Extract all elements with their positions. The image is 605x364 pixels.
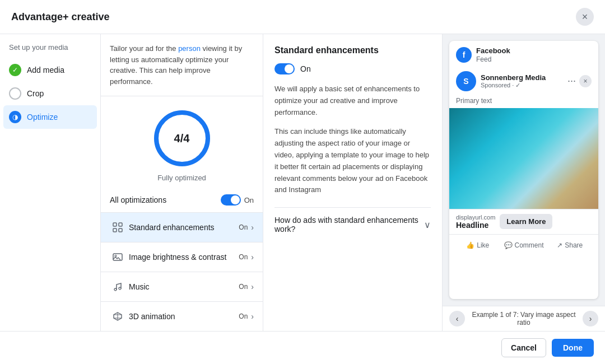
score-circle: 4/4 bbox=[151, 108, 213, 169]
chevron-right-icon-2: › bbox=[251, 253, 254, 262]
ad-headline: Headline bbox=[456, 221, 495, 230]
optimization-list: Standard enhancements On › Image brightn… bbox=[101, 213, 263, 331]
info-header: Standard enhancements bbox=[274, 45, 431, 55]
learn-more-button[interactable]: Learn More bbox=[500, 214, 552, 229]
3d-icon bbox=[110, 309, 125, 324]
like-label: Like bbox=[477, 241, 489, 249]
chevron-right-icon: › bbox=[251, 223, 254, 232]
fb-card-footer: displayurl.com Headline Learn More bbox=[449, 209, 598, 234]
svg-rect-2 bbox=[113, 223, 117, 226]
platform-info: Facebook Feed bbox=[476, 46, 510, 63]
toggle-knob bbox=[231, 195, 240, 204]
modal-header: Advantage+ creative × bbox=[0, 0, 605, 34]
opt-item-image-brightness[interactable]: Image brightness & contrast On › bbox=[101, 242, 263, 272]
close-button[interactable]: × bbox=[576, 8, 594, 26]
all-optimizations-toggle-wrap: On bbox=[221, 194, 254, 206]
card-close-button[interactable]: × bbox=[579, 75, 592, 87]
sponsored-text: Sponsored · ✓ bbox=[481, 82, 563, 89]
fb-preview-card: f Facebook Feed S Sonnenberg Media Spons… bbox=[449, 41, 598, 299]
all-optimizations-status: On bbox=[244, 196, 254, 204]
svg-rect-3 bbox=[119, 223, 122, 226]
preview-prev-button[interactable]: ‹ bbox=[449, 311, 465, 326]
done-button[interactable]: Done bbox=[552, 339, 594, 357]
info-text-2: This can include things like automatical… bbox=[274, 126, 431, 196]
svg-rect-5 bbox=[119, 228, 122, 232]
preview-panel: f Facebook Feed S Sonnenberg Media Spons… bbox=[443, 34, 605, 331]
sidebar-item-label-add-media: Add media bbox=[27, 66, 64, 74]
preview-navigation: ‹ Example 1 of 7: Vary image aspect rati… bbox=[443, 306, 605, 331]
sidebar-item-label-optimize: Optimize bbox=[27, 113, 58, 122]
info-text-1: We will apply a basic set of enhancement… bbox=[274, 83, 431, 118]
primary-text-label: Primary text bbox=[449, 97, 598, 108]
opt-label-music: Music bbox=[129, 282, 239, 291]
accordion-label: How do ads with standard enhancements wo… bbox=[274, 216, 424, 234]
middle-panel: Tailor your ad for the person viewing it… bbox=[101, 34, 263, 331]
svg-point-7 bbox=[115, 255, 117, 257]
ad-url: displayurl.com bbox=[456, 214, 495, 221]
info-panel: Standard enhancements On We will apply a… bbox=[263, 34, 443, 331]
feed-label: Feed bbox=[476, 55, 510, 63]
opt-status-3d-animation: On bbox=[239, 312, 248, 320]
share-label: Share bbox=[565, 241, 583, 249]
modal-footer: Cancel Done bbox=[0, 331, 605, 364]
score-label: Fully optimized bbox=[157, 174, 206, 182]
cancel-button[interactable]: Cancel bbox=[501, 338, 546, 357]
page-name: Sonnenberg Media bbox=[481, 73, 563, 82]
fb-actions-bar: 👍 Like 💬 Comment ↗ Share bbox=[449, 234, 598, 256]
person-link[interactable]: person bbox=[178, 44, 201, 53]
all-optimizations-row: All optimizations On bbox=[101, 188, 263, 213]
like-button[interactable]: 👍 Like bbox=[456, 238, 500, 253]
chevron-down-icon: ∨ bbox=[424, 220, 431, 230]
comment-button[interactable]: 💬 Comment bbox=[501, 238, 547, 253]
info-toggle[interactable] bbox=[274, 63, 295, 74]
grid-icon bbox=[110, 220, 125, 235]
sidebar-item-optimize[interactable]: ◑ Optimize bbox=[3, 105, 97, 129]
opt-item-3d-animation[interactable]: 3D animation On › bbox=[101, 302, 263, 331]
like-icon: 👍 bbox=[466, 241, 474, 249]
sidebar: Set up your media ✓ Add media Crop ◑ Opt… bbox=[0, 34, 101, 331]
fb-card-header: S Sonnenberg Media Sponsored · ✓ ··· × bbox=[449, 66, 598, 97]
facebook-header: f Facebook Feed bbox=[449, 41, 598, 66]
opt-item-music[interactable]: Music On › bbox=[101, 272, 263, 302]
svg-rect-6 bbox=[113, 254, 122, 260]
image-icon bbox=[110, 249, 125, 265]
modal-title: Advantage+ creative bbox=[11, 11, 576, 23]
card-menu: ··· × bbox=[567, 75, 592, 87]
card-dots-icon[interactable]: ··· bbox=[567, 75, 576, 87]
svg-point-9 bbox=[119, 287, 121, 290]
share-button[interactable]: ↗ Share bbox=[548, 238, 592, 253]
preview-nav-text: Example 1 of 7: Vary image aspect ratio bbox=[465, 311, 583, 326]
page-info: Sonnenberg Media Sponsored · ✓ bbox=[481, 73, 563, 89]
svg-point-8 bbox=[114, 288, 117, 291]
chevron-right-icon-3: › bbox=[251, 282, 254, 291]
score-fraction: 4/4 bbox=[174, 132, 190, 145]
music-icon bbox=[110, 279, 125, 295]
svg-rect-4 bbox=[113, 228, 117, 232]
optimize-score-section: 4/4 Fully optimized bbox=[101, 96, 263, 188]
modal-body: Set up your media ✓ Add media Crop ◑ Opt… bbox=[0, 34, 605, 331]
info-toggle-label: On bbox=[300, 64, 311, 73]
sidebar-item-crop[interactable]: Crop bbox=[0, 82, 100, 105]
image-overlay bbox=[449, 108, 598, 209]
page-avatar: S bbox=[456, 71, 476, 91]
score-text: 4/4 bbox=[174, 132, 190, 145]
step-icon-optimize: ◑ bbox=[9, 111, 21, 123]
url-headline-wrap: displayurl.com Headline bbox=[456, 214, 495, 230]
platform-name: Facebook bbox=[476, 46, 510, 55]
opt-status-music: On bbox=[239, 283, 248, 291]
all-optimizations-toggle[interactable] bbox=[221, 194, 241, 206]
accordion-row[interactable]: How do ads with standard enhancements wo… bbox=[274, 207, 431, 241]
chevron-right-icon-4: › bbox=[251, 312, 254, 321]
opt-label-standard-enhancements: Standard enhancements bbox=[129, 223, 239, 232]
info-toggle-knob bbox=[285, 64, 294, 73]
preview-next-button[interactable]: › bbox=[583, 311, 598, 326]
middle-description: Tailor your ad for the person viewing it… bbox=[101, 34, 263, 96]
comment-icon: 💬 bbox=[504, 241, 513, 249]
all-optimizations-label: All optimizations bbox=[110, 195, 216, 204]
sidebar-item-label-crop: Crop bbox=[27, 89, 44, 98]
opt-status-image-brightness: On bbox=[239, 253, 248, 261]
info-toggle-row: On bbox=[274, 63, 431, 74]
opt-item-standard-enhancements[interactable]: Standard enhancements On › bbox=[101, 213, 263, 242]
fb-ad-image bbox=[449, 108, 598, 209]
sidebar-item-add-media[interactable]: ✓ Add media bbox=[0, 58, 100, 82]
